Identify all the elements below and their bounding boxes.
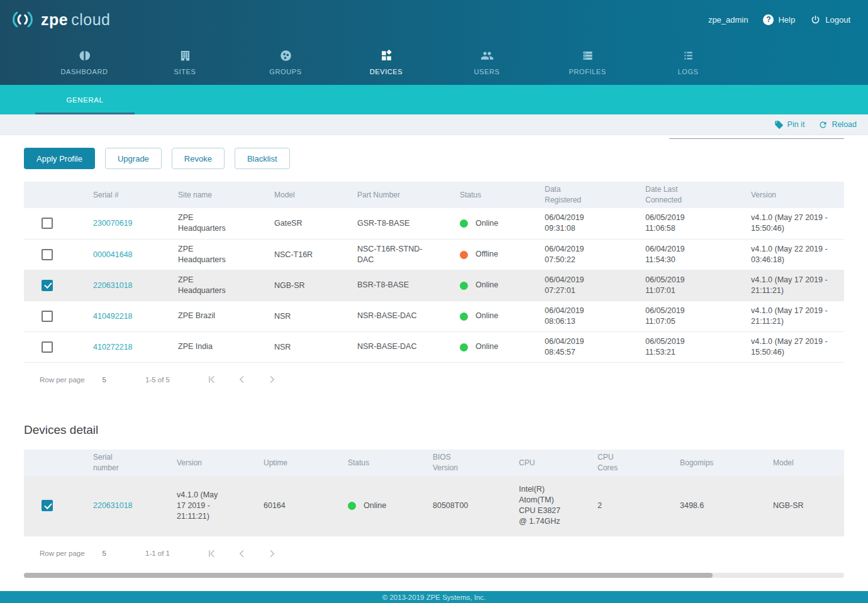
nav-item-sites[interactable]: SITES	[135, 39, 235, 85]
apply-profile-button[interactable]: Apply Profile	[24, 148, 95, 169]
chevron-right-icon	[266, 373, 278, 385]
power-icon	[810, 14, 821, 25]
uptime-cell: 60164	[264, 476, 348, 536]
row-checkbox[interactable]	[42, 311, 53, 322]
app-window: zpecloud zpe_admin Help Logout	[0, 0, 868, 603]
nav-item-dashboard[interactable]: DASHBOARD	[34, 39, 135, 85]
previous-page-button[interactable]	[226, 548, 257, 560]
model-cell: NSR	[274, 331, 357, 362]
col-status: Status	[348, 450, 433, 476]
model-cell: NGB-SR	[773, 476, 844, 536]
logs-icon	[682, 49, 695, 62]
first-page-icon	[206, 373, 218, 385]
row-checkbox[interactable]	[42, 280, 53, 291]
col-cpu: CPU	[519, 450, 598, 476]
status-label: Online	[364, 501, 386, 510]
part-cell: BSR-T8-BASE	[357, 280, 409, 290]
bios-cell: 80508T00	[433, 476, 519, 536]
users-icon	[481, 49, 494, 62]
scrollbar-thumb[interactable]	[24, 573, 713, 578]
model-cell: NSC-T16R	[274, 239, 357, 270]
col-uptime: Uptime	[264, 450, 348, 476]
row-checkbox[interactable]	[42, 341, 53, 353]
registered-cell: 06/04/2019 07:27:01	[545, 275, 601, 296]
site-cell: ZPE Headquarters	[178, 275, 238, 296]
table-row: 220631018 v4.1.0 (May 17 2019 - 21:11:21…	[24, 476, 844, 536]
col-version: Version	[751, 182, 844, 208]
col-model: Model	[773, 450, 844, 476]
part-cell: GSR-T8-BASE	[357, 218, 409, 229]
status-dot	[460, 282, 468, 290]
devices-detail-table: Serial number Version Uptime Status BIOS…	[24, 450, 844, 537]
registered-cell: 06/04/2019 08:06:13	[545, 306, 601, 327]
table-row: 410492218 ZPE Brazil NSR NSR-BASE-DAC On…	[24, 301, 844, 331]
part-cell: NSR-BASE-DAC	[357, 311, 416, 321]
nav-item-profiles[interactable]: PROFILES	[537, 39, 638, 85]
table-header-row: Serial number Version Uptime Status BIOS…	[24, 450, 844, 476]
rows-per-page-select[interactable]: 5	[103, 376, 118, 384]
zpe-logo-icon	[10, 7, 35, 32]
serial-link[interactable]: 000041648	[93, 250, 133, 259]
search-input[interactable]	[669, 120, 844, 139]
connected-cell: 06/05/2019 11:06:58	[645, 213, 702, 234]
first-page-button[interactable]	[196, 373, 226, 385]
page-range-label: 1-5 of 5	[145, 376, 170, 384]
sites-building-icon	[179, 49, 192, 62]
serial-link[interactable]: 410272218	[93, 343, 133, 351]
nav-item-logs[interactable]: LOGS	[638, 39, 738, 85]
cores-cell: 2	[598, 476, 680, 536]
tab-general[interactable]: GENERAL	[35, 85, 135, 114]
site-cell: ZPE Brazil	[178, 311, 215, 321]
devices-pagination: Row per page 5 1-5 of 5	[24, 369, 844, 390]
previous-page-button[interactable]	[226, 373, 257, 385]
col-serial: Serial #	[93, 182, 178, 208]
next-page-button[interactable]	[257, 548, 287, 560]
blacklist-button[interactable]: Blacklist	[235, 148, 290, 169]
col-serial-number: Serial number	[93, 450, 177, 476]
nav-item-groups[interactable]: GROUPS	[235, 39, 336, 85]
row-checkbox[interactable]	[42, 218, 53, 229]
nav-item-devices[interactable]: DEVICES	[336, 39, 437, 85]
nav-item-users[interactable]: USERS	[437, 39, 537, 85]
help-icon	[763, 14, 774, 25]
rows-per-page-select[interactable]: 5	[103, 550, 118, 557]
col-bios-version: BIOS Version	[433, 450, 519, 476]
upgrade-button[interactable]: Upgrade	[105, 148, 162, 169]
profiles-icon	[581, 49, 594, 62]
rows-per-page-label: Row per page	[40, 550, 85, 557]
revoke-button[interactable]: Revoke	[172, 148, 225, 169]
devices-detail-title: Devices detail	[24, 423, 844, 437]
serial-link[interactable]: 220631018	[93, 281, 133, 290]
cpu-cell: Intel(R) Atom(TM) CPU E3827 @ 1.74GHz	[519, 484, 562, 527]
username-label: zpe_admin	[708, 15, 748, 25]
site-cell: ZPE Headquarters	[178, 213, 238, 234]
status-dot	[460, 343, 468, 351]
serial-link[interactable]: 220631018	[93, 501, 133, 510]
row-checkbox[interactable]	[42, 249, 53, 260]
row-checkbox[interactable]	[42, 500, 53, 511]
zpe-cloud-logo[interactable]: zpecloud	[10, 7, 110, 32]
version-cell: v4.1.0 (May 27 2019 - 15:50:46)	[751, 213, 834, 234]
groups-icon	[279, 49, 292, 62]
status-dot	[348, 502, 356, 510]
version-cell: v4.1.0 (May 27 2019 - 15:50:46)	[751, 336, 834, 358]
logout-button[interactable]: Logout	[810, 14, 850, 25]
action-buttons: Apply Profile Upgrade Revoke Blacklist	[24, 148, 844, 169]
registered-cell: 06/04/2019 07:50:22	[545, 244, 601, 265]
status-label: Offline	[476, 250, 498, 258]
status-dot	[460, 251, 468, 259]
status-label: Online	[476, 342, 498, 351]
table-row: 000041648 ZPE Headquarters NSC-T16R NSC-…	[24, 239, 844, 270]
table-row: 220631018 ZPE Headquarters NGB-SR BSR-T8…	[24, 270, 844, 301]
model-cell: GateSR	[274, 208, 357, 239]
connected-cell: 06/04/2019 11:54:30	[645, 244, 702, 265]
col-cpu-cores: CPU Cores	[598, 450, 680, 476]
next-page-button[interactable]	[257, 373, 287, 385]
first-page-button[interactable]	[196, 548, 226, 560]
serial-link[interactable]: 230070619	[93, 219, 133, 228]
serial-link[interactable]: 410492218	[93, 312, 133, 321]
status-label: Online	[476, 311, 498, 320]
table-row: 230070619 ZPE Headquarters GateSR GSR-T8…	[24, 208, 844, 239]
help-button[interactable]: Help	[763, 14, 795, 25]
col-status: Status	[460, 182, 545, 208]
